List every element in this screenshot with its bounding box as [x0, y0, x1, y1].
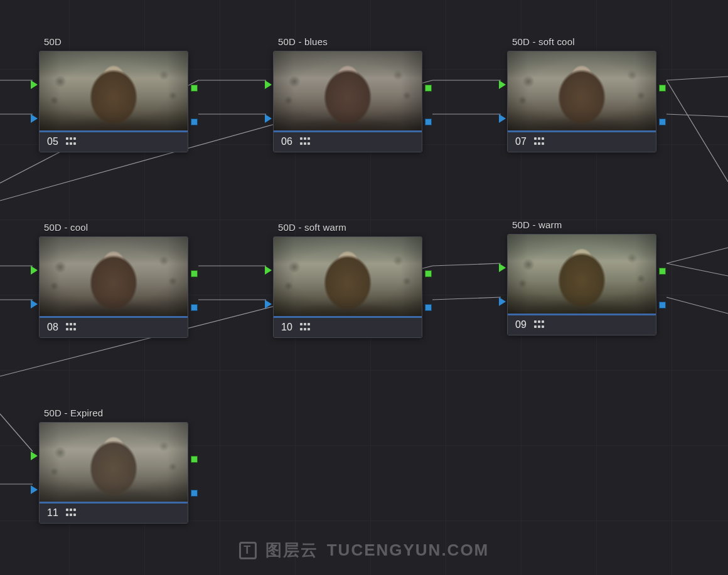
node-body[interactable]: 11 [39, 422, 188, 524]
input-alpha-port[interactable] [265, 300, 272, 309]
node-50d-warm[interactable]: 50D - warm 09 [507, 219, 656, 335]
output-rgb-port[interactable] [659, 85, 666, 92]
node-50d[interactable]: 50D 05 [39, 36, 188, 152]
input-alpha-port[interactable] [31, 485, 38, 494]
input-rgb-port[interactable] [31, 451, 38, 460]
node-body[interactable]: 09 [507, 234, 656, 335]
node-50d-cool[interactable]: 50D - cool 08 [39, 222, 188, 338]
node-body[interactable]: 06 [273, 51, 422, 152]
output-rgb-port[interactable] [425, 85, 432, 92]
output-rgb-port[interactable] [659, 268, 666, 275]
input-rgb-port[interactable] [499, 80, 506, 89]
watermark: T 图层云 TUCENGYUN.COM [0, 539, 728, 561]
output-alpha-port[interactable] [659, 302, 666, 309]
node-label: 50D - Expired [44, 408, 188, 418]
node-50d-soft-warm[interactable]: 50D - soft warm 10 [273, 222, 422, 338]
output-alpha-port[interactable] [425, 304, 432, 311]
input-rgb-port[interactable] [499, 263, 506, 272]
node-label: 50D - cool [44, 222, 188, 233]
node-label: 50D - warm [512, 219, 656, 230]
node-label: 50D - soft warm [278, 222, 422, 233]
node-body[interactable]: 07 [507, 51, 656, 152]
input-alpha-port[interactable] [499, 114, 506, 123]
output-alpha-port[interactable] [191, 119, 198, 125]
node-label: 50D - soft cool [512, 36, 656, 47]
output-alpha-port[interactable] [425, 119, 432, 125]
output-rgb-port[interactable] [191, 85, 198, 92]
node-50d-expired[interactable]: 50D - Expired 11 [39, 408, 188, 524]
node-body[interactable]: 05 [39, 51, 188, 152]
input-alpha-port[interactable] [31, 300, 38, 309]
input-rgb-port[interactable] [31, 80, 38, 89]
output-rgb-port[interactable] [191, 270, 198, 277]
output-alpha-port[interactable] [191, 304, 198, 311]
output-rgb-port[interactable] [425, 270, 432, 277]
watermark-text-en: TUCENGYUN.COM [327, 541, 490, 560]
output-alpha-port[interactable] [659, 119, 666, 125]
input-rgb-port[interactable] [265, 266, 272, 275]
node-label: 50D [44, 36, 188, 47]
output-rgb-port[interactable] [191, 456, 198, 463]
node-body[interactable]: 10 [273, 236, 422, 338]
watermark-logo-icon: T [239, 542, 257, 559]
input-rgb-port[interactable] [31, 266, 38, 275]
watermark-text-cn: 图层云 [265, 539, 318, 561]
output-alpha-port[interactable] [191, 490, 198, 497]
node-label: 50D - blues [278, 36, 422, 47]
node-body[interactable]: 08 [39, 236, 188, 338]
input-alpha-port[interactable] [499, 297, 506, 306]
node-50d-soft-cool[interactable]: 50D - soft cool 07 [507, 36, 656, 152]
node-50d-blues[interactable]: 50D - blues 06 [273, 36, 422, 152]
input-alpha-port[interactable] [31, 114, 38, 123]
input-rgb-port[interactable] [265, 80, 272, 89]
input-alpha-port[interactable] [265, 114, 272, 123]
